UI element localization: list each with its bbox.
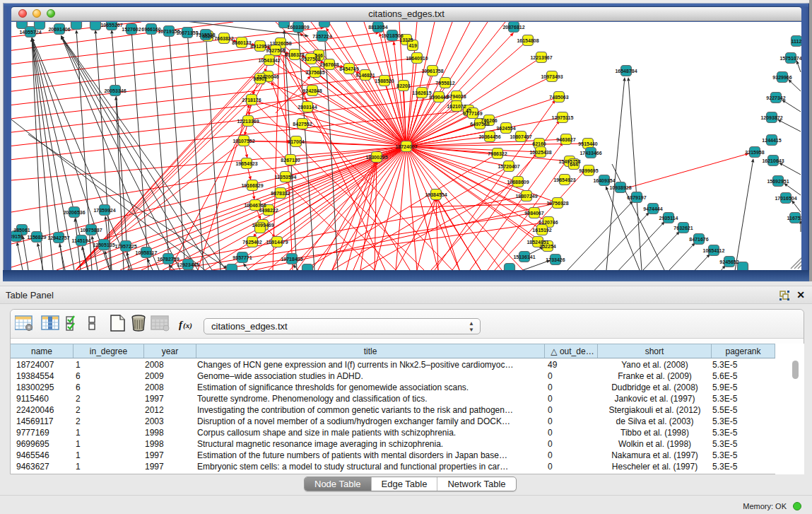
svg-text:15751074: 15751074 [779, 56, 801, 61]
svg-text:8660123: 8660123 [232, 40, 251, 45]
svg-text:8454749: 8454749 [339, 66, 358, 71]
svg-text:12975115: 12975115 [552, 115, 574, 120]
svg-text:19654923: 19654923 [235, 161, 257, 166]
svg-text:12505135: 12505135 [93, 243, 114, 247]
svg-text:9463627: 9463627 [556, 137, 575, 142]
svg-text:62160: 62160 [532, 141, 546, 146]
svg-text:12942757: 12942757 [47, 235, 69, 240]
svg-text:2803144: 2803144 [298, 105, 317, 110]
svg-text:8878332: 8878332 [271, 191, 290, 196]
svg-text:16154808: 16154808 [517, 38, 539, 43]
svg-text:9857771: 9857771 [233, 255, 252, 260]
svg-text:16033809: 16033809 [287, 25, 309, 30]
svg-text:13325: 13325 [399, 37, 413, 42]
svg-text:1733426: 1733426 [546, 257, 565, 262]
svg-text:9515440: 9515440 [578, 141, 597, 146]
svg-text:19654923: 19654923 [553, 177, 575, 182]
svg-text:9527506: 9527506 [266, 48, 285, 53]
svg-text:9146821: 9146821 [355, 73, 375, 78]
svg-text:(x): (x) [183, 321, 192, 330]
svg-text:15692951: 15692951 [767, 179, 789, 184]
svg-text:6879197: 6879197 [627, 195, 646, 200]
svg-text:10654112: 10654112 [703, 248, 725, 253]
svg-text:10107552: 10107552 [233, 139, 254, 144]
svg-text:9227342: 9227342 [766, 95, 785, 100]
svg-text:10938928: 10938928 [609, 185, 631, 190]
svg-text:9084067: 9084067 [524, 211, 543, 216]
svg-text:20206536: 20206536 [63, 210, 85, 215]
svg-text:8813054: 8813054 [368, 25, 387, 30]
svg-text:9899695: 9899695 [579, 168, 598, 173]
svg-text:10973493: 10973493 [541, 74, 563, 79]
svg-text:9474444: 9474444 [643, 206, 662, 211]
svg-text:1145194: 1145194 [72, 238, 91, 243]
svg-text:9242848: 9242848 [302, 88, 322, 93]
svg-text:17016504: 17016504 [775, 196, 796, 201]
svg-text:1112: 1112 [792, 39, 801, 44]
svg-text:8471676: 8471676 [689, 237, 708, 242]
svg-text:20691406: 20691406 [48, 27, 70, 32]
svg-text:15720407: 15720407 [498, 164, 519, 169]
svg-text:16409354: 16409354 [593, 178, 615, 183]
svg-text:16782759: 16782759 [157, 257, 179, 262]
svg-text:9329966: 9329966 [772, 75, 792, 80]
svg-text:7955812: 7955812 [435, 81, 454, 86]
svg-text:1615192: 1615192 [532, 228, 551, 233]
svg-text:6497568: 6497568 [470, 122, 489, 127]
svg-text:17359924: 17359924 [93, 208, 115, 213]
svg-text:8427552: 8427552 [293, 122, 312, 127]
svg-text:9527508: 9527508 [301, 57, 320, 62]
svg-text:10756928: 10756928 [546, 201, 568, 206]
svg-text:18300295: 18300295 [365, 155, 387, 160]
svg-text:252254: 252254 [539, 244, 555, 249]
svg-text:3624554: 3624554 [496, 126, 515, 131]
svg-text:644: 644 [570, 162, 578, 167]
svg-text:1588520: 1588520 [375, 78, 394, 83]
svg-text:10046766: 10046766 [244, 203, 266, 208]
svg-text:2718176: 2718176 [242, 98, 261, 103]
svg-text:19218506: 19218506 [381, 33, 403, 38]
svg-text:7515528: 7515528 [196, 33, 215, 37]
svg-text:8990448: 8990448 [429, 95, 448, 100]
svg-text:6794028: 6794028 [447, 94, 466, 99]
svg-text:20876812: 20876812 [502, 25, 524, 30]
svg-text:217004: 217004 [288, 139, 304, 144]
svg-text:10025438: 10025438 [529, 150, 551, 155]
svg-text:18807249: 18807249 [515, 194, 537, 199]
svg-text:16914479: 16914479 [266, 240, 288, 245]
svg-text:12213369: 12213369 [237, 119, 259, 124]
svg-text:1244415: 1244415 [762, 138, 781, 143]
svg-text:2935114: 2935114 [659, 216, 678, 221]
svg-text:18724007: 18724007 [395, 144, 417, 149]
svg-text:14055724: 14055724 [19, 30, 41, 35]
svg-text:16548784: 16548784 [615, 69, 637, 74]
svg-text:419: 419 [408, 43, 417, 48]
svg-text:17957225: 17957225 [114, 244, 136, 249]
svg-text:10655267: 10655267 [100, 23, 122, 28]
svg-text:1156829: 1156829 [28, 235, 47, 240]
svg-text:10961758: 10961758 [421, 69, 443, 74]
svg-text:3375685: 3375685 [305, 70, 324, 75]
svg-text:11353594: 11353594 [275, 175, 297, 180]
svg-text:15136141: 15136141 [513, 255, 535, 259]
svg-text:7485063: 7485063 [549, 95, 568, 100]
svg-text:98901: 98901 [253, 76, 267, 81]
svg-text:7986322: 7986322 [488, 151, 507, 156]
svg-text:19166829: 19166829 [241, 183, 263, 188]
svg-text:12093872: 12093872 [760, 115, 782, 120]
svg-text:10958117: 10958117 [136, 250, 158, 255]
svg-text:20364456: 20364456 [478, 134, 500, 139]
svg-text:4498222: 4498222 [259, 208, 278, 213]
svg-text:1621072: 1621072 [447, 104, 466, 109]
svg-text:13226058: 13226058 [269, 41, 291, 46]
svg-text:20053346: 20053346 [104, 88, 126, 93]
svg-text:39159: 39159 [11, 234, 23, 239]
svg-text:116753: 116753 [787, 216, 801, 221]
svg-text:16210643: 16210643 [762, 158, 784, 163]
svg-text:8267130: 8267130 [281, 158, 300, 163]
svg-text:10671355: 10671355 [176, 30, 198, 35]
svg-text:9777169: 9777169 [463, 111, 482, 116]
svg-text:7625402: 7625402 [242, 240, 261, 245]
svg-text:17433466: 17433466 [579, 151, 601, 156]
svg-text:9245652: 9245652 [719, 259, 739, 264]
